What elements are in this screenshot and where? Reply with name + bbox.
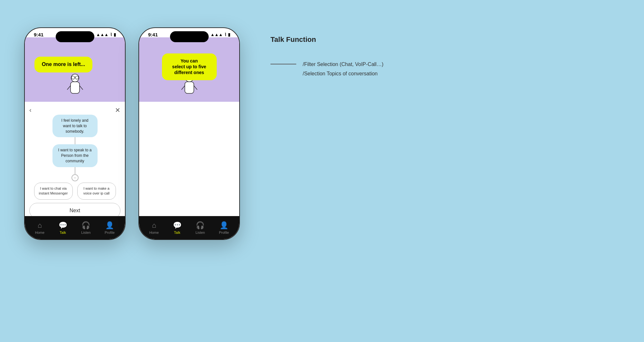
content-section-1: ‹ ✕ I feel lonely and want to talk to so…	[25, 102, 125, 227]
listen-icon-2: 🎧	[196, 221, 204, 230]
talk-icon-1: 💬	[59, 221, 67, 230]
wifi-icon-2: ⌇	[224, 32, 226, 37]
svg-rect-1	[71, 82, 80, 93]
nav-listen-label-1: Listen	[81, 231, 90, 234]
nav-home-1[interactable]: ⌂ Home	[35, 221, 44, 234]
flow-row-branches: I want to chat via instant Messenger I w…	[34, 183, 116, 200]
speech-bubble-1: One more is left...	[34, 57, 92, 72]
speech-bubble-2: You canselect up to fivedifferent ones	[162, 53, 217, 80]
connector-1	[75, 137, 75, 144]
connector-circle: −	[71, 174, 79, 181]
nav-talk-label-1: Talk	[60, 231, 66, 234]
home-icon-1: ⌂	[38, 221, 42, 230]
nav-home-label-2: Home	[149, 231, 159, 234]
profile-icon-1: 👤	[105, 221, 114, 230]
nav-talk-1[interactable]: 💬 Talk	[59, 221, 67, 234]
wifi-icon: ⌇	[110, 32, 112, 37]
svg-line-10	[194, 86, 197, 90]
nav-listen-label-2: Listen	[195, 231, 205, 234]
svg-line-9	[182, 86, 185, 90]
branch-voip[interactable]: I want to make a voice over ip call	[77, 183, 116, 200]
nav-talk-label-2: Talk	[174, 231, 180, 234]
bottom-nav-1: ⌂ Home 💬 Talk 🎧 Listen 👤 Profile	[25, 216, 125, 239]
status-icons-2: ▲▲▲ ⌇ ▮	[210, 32, 230, 37]
avatar-1	[65, 73, 85, 99]
nav-home-2[interactable]: ⌂ Home	[149, 221, 159, 234]
battery-icon: ▮	[114, 32, 116, 37]
flow-node-lonely: I feel lonely and want to talk to somebo…	[52, 115, 98, 137]
nav-profile-2[interactable]: 👤 Profile	[219, 221, 229, 234]
svg-rect-8	[185, 82, 194, 93]
back-button-1[interactable]: ‹	[29, 106, 32, 114]
nav-home-label-1: Home	[35, 231, 44, 234]
dynamic-island-2	[170, 31, 209, 42]
nav-listen-1[interactable]: 🎧 Listen	[81, 221, 90, 234]
signal-icon-2: ▲▲▲	[210, 32, 223, 37]
annotation-lines: /Filter Selection (Chat, VoIP-Call…) /Se…	[270, 60, 384, 79]
flow-node-community: I want to speak to a Person from the com…	[52, 144, 98, 167]
annotation-area: Talk Function /Filter Selection (Chat, V…	[270, 35, 384, 79]
phone-1: 9:41 ▲▲▲ ⌇ ▮ One more is left... ‹ ✕	[24, 27, 126, 240]
svg-point-0	[71, 74, 79, 82]
status-time-1: 9:41	[34, 32, 43, 37]
status-icons-1: ▲▲▲ ⌇ ▮	[96, 32, 116, 37]
nav-talk-2[interactable]: 💬 Talk	[173, 221, 182, 234]
top-section-1: One more is left...	[25, 37, 125, 102]
branch-chat[interactable]: I want to chat via instant Messenger	[34, 183, 73, 200]
nav-profile-label-1: Profile	[105, 231, 115, 234]
phone-2: 9:41 ▲▲▲ ⌇ ▮ You canselect up to fivedif…	[138, 27, 240, 240]
nav-listen-2[interactable]: 🎧 Listen	[195, 221, 205, 234]
svg-line-3	[80, 86, 83, 90]
bottom-nav-2: ⌂ Home 💬 Talk 🎧 Listen 👤 Profile	[139, 216, 239, 239]
battery-icon-2: ▮	[228, 32, 230, 37]
annotation-dash	[270, 64, 296, 64]
signal-icon: ▲▲▲	[96, 32, 109, 37]
close-button-1[interactable]: ✕	[115, 106, 120, 114]
dynamic-island-1	[56, 31, 94, 42]
profile-icon-2: 👤	[220, 221, 228, 230]
status-time-2: 9:41	[148, 32, 158, 37]
talk-icon-2: 💬	[173, 221, 182, 230]
nav-profile-label-2: Profile	[219, 231, 229, 234]
annotation-text: /Filter Selection (Chat, VoIP-Call…) /Se…	[303, 60, 384, 79]
svg-line-2	[67, 86, 71, 90]
listen-icon-1: 🎧	[81, 221, 90, 230]
flow-tree-1: I feel lonely and want to talk to somebo…	[29, 105, 120, 200]
top-section-2: You canselect up to fivedifferent ones	[139, 37, 239, 102]
nav-profile-1[interactable]: 👤 Profile	[105, 221, 115, 234]
home-icon-2: ⌂	[152, 221, 156, 230]
connector-2	[75, 167, 75, 174]
annotation-title: Talk Function	[270, 35, 384, 44]
